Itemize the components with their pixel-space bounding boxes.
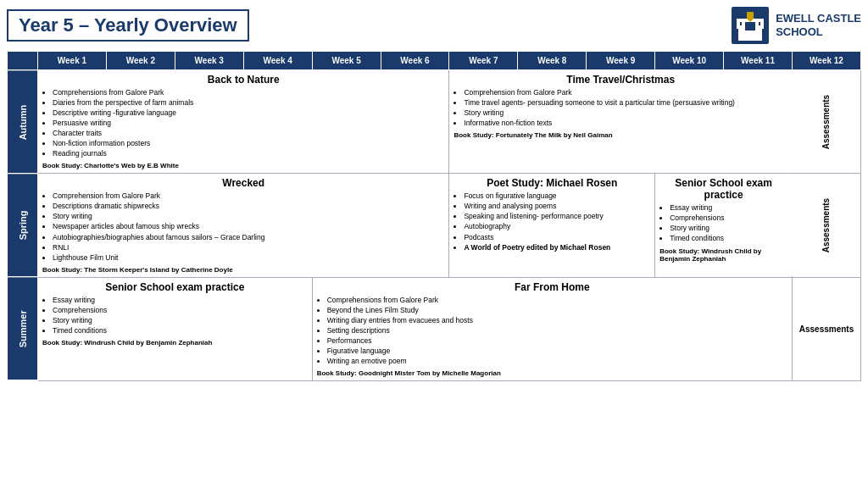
spring-block2-title: Poet Study: Michael Rosen <box>453 177 650 189</box>
list-item: Comprehensions from Galore Park <box>327 296 787 305</box>
list-item: Story writing <box>53 212 444 221</box>
svg-rect-3 <box>737 22 740 29</box>
list-item: Informative non-fiction texts <box>464 119 787 128</box>
week-header-9: Week 9 <box>587 52 655 70</box>
spring-row: Spring Wrecked Comprehension from Galore… <box>8 174 861 277</box>
autumn-assessments-cell: Assessments <box>792 70 860 174</box>
spring-block1-title: Wrecked <box>42 177 444 189</box>
svg-rect-7 <box>745 30 755 41</box>
list-item: Newspaper articles about famous ship wre… <box>53 222 444 231</box>
autumn-block1-cell: Back to Nature Comprehensions from Galor… <box>38 70 449 174</box>
summer-row: Summer Senior School exam practice Essay… <box>8 277 861 380</box>
list-item: Persuasive writing <box>53 119 444 128</box>
autumn-block1-list: Comprehensions from Galore Park Diaries … <box>42 88 444 158</box>
list-item: Descriptive writing -figurative language <box>53 108 444 118</box>
list-item: A World of Poetry edited by Michael Rose… <box>464 243 650 252</box>
list-item: Autobiographies/biographies about famous… <box>53 233 444 242</box>
summer-block2-book: Book Study: Goodnight Mister Tom by Mich… <box>317 369 787 377</box>
list-item: Comprehension from Galore Park <box>464 88 787 97</box>
week-header-8: Week 8 <box>518 52 587 70</box>
spring-block2-cell: Poet Study: Michael Rosen Focus on figur… <box>449 174 655 277</box>
list-item: Comprehension from Galore Park <box>53 191 444 201</box>
overview-table: Week 1 Week 2 Week 3 Week 4 Week 5 Week … <box>7 51 861 381</box>
list-item: Story writing <box>53 316 308 325</box>
list-item: Comprehensions <box>670 214 787 223</box>
svg-rect-4 <box>742 22 745 26</box>
page-title: Year 5 – Yearly Overview <box>7 9 249 42</box>
list-item: Time travel agents- persuading someone t… <box>464 98 787 108</box>
list-item: Setting descriptions <box>327 326 787 336</box>
autumn-block2-list: Comprehension from Galore Park Time trav… <box>453 88 787 128</box>
list-item: Diaries from the perspective of farm ani… <box>53 98 444 108</box>
page-wrapper: Year 5 – Yearly Overview EWELL CASTLE SC… <box>0 0 868 385</box>
corner-cell <box>8 52 38 70</box>
spring-block1-list: Comprehension from Galore Park Descripti… <box>42 191 444 262</box>
list-item: Writing and analysing poems <box>464 202 650 211</box>
spring-block1-book: Book Study: The Storm Keeper's Island by… <box>42 266 444 274</box>
list-item: Non-fiction information posters <box>53 139 444 148</box>
list-item: Podcasts <box>464 233 650 242</box>
spring-assessments-cell: Assessments <box>792 174 860 277</box>
spring-block2-list: Focus on figurative language Writing and… <box>453 191 650 252</box>
week-header-4: Week 4 <box>243 52 312 70</box>
list-item: RNLI <box>53 243 444 252</box>
summer-block2-list: Comprehensions from Galore Park Beyond t… <box>317 296 787 366</box>
autumn-label: Autumn <box>8 70 38 174</box>
list-item: Beyond the Lines Film Study <box>327 306 787 315</box>
logo-area: EWELL CASTLE SCHOOL <box>732 7 861 44</box>
spring-block1-cell: Wrecked Comprehension from Galore Park D… <box>38 174 449 277</box>
page-header: Year 5 – Yearly Overview EWELL CASTLE SC… <box>7 7 861 44</box>
list-item: Figurative language <box>327 347 787 356</box>
list-item: Lighthouse Film Unit <box>53 253 444 263</box>
list-item: Timed conditions <box>670 234 787 243</box>
spring-block3-title: Senior School exam practice <box>659 177 787 201</box>
autumn-block2-title: Time Travel/Christmas <box>453 74 787 86</box>
week-header-12: Week 12 <box>792 52 860 70</box>
week-header-1: Week 1 <box>38 52 107 70</box>
list-item: Timed conditions <box>53 326 308 336</box>
list-item: Character traits <box>53 129 444 138</box>
list-item: Writing diary entries from evacuees and … <box>327 316 787 325</box>
spring-label: Spring <box>8 174 38 277</box>
week-header-2: Week 2 <box>106 52 175 70</box>
svg-rect-6 <box>760 22 764 29</box>
school-logo-icon <box>732 7 769 44</box>
summer-block1-cell: Senior School exam practice Essay writin… <box>38 277 313 380</box>
list-item: Essay writing <box>670 203 787 213</box>
list-item: Essay writing <box>53 296 308 305</box>
list-item: Focus on figurative language <box>464 191 650 201</box>
autumn-block2-book: Book Study: Fortunately The Milk by Neil… <box>453 131 787 139</box>
autumn-row: Autumn Back to Nature Comprehensions fro… <box>8 70 861 174</box>
summer-label: Summer <box>8 277 38 380</box>
list-item: Story writing <box>464 108 787 118</box>
list-item: Speaking and listening- performance poet… <box>464 212 650 221</box>
svg-rect-5 <box>755 22 759 26</box>
spring-block3-cell: Senior School exam practice Essay writin… <box>655 174 793 277</box>
spring-block3-list: Essay writing Comprehensions Story writi… <box>659 203 787 243</box>
spring-block3-book: Book Study: Windrush Child by Benjamin Z… <box>659 247 787 263</box>
week-header-5: Week 5 <box>312 52 381 70</box>
header-row: Week 1 Week 2 Week 3 Week 4 Week 5 Week … <box>8 52 861 70</box>
summer-block1-title: Senior School exam practice <box>42 281 308 293</box>
week-header-11: Week 11 <box>724 52 793 70</box>
logo-text: EWELL CASTLE SCHOOL <box>776 12 861 38</box>
summer-block2-cell: Far From Home Comprehensions from Galore… <box>312 277 792 380</box>
autumn-block1-book: Book Study: Charlotte's Web by E.B White <box>42 162 444 169</box>
week-header-6: Week 6 <box>381 52 449 70</box>
list-item: Descriptions dramatic shipwrecks <box>53 202 444 211</box>
list-item: Comprehensions from Galore Park <box>53 88 444 97</box>
list-item: Performances <box>327 336 787 346</box>
summer-block1-list: Essay writing Comprehensions Story writi… <box>42 296 308 336</box>
week-header-7: Week 7 <box>449 52 518 70</box>
autumn-block2-cell: Time Travel/Christmas Comprehension from… <box>449 70 793 174</box>
list-item: Writing an emotive poem <box>327 357 787 366</box>
list-item: Comprehensions <box>53 306 308 315</box>
list-item: Reading journals <box>53 149 444 158</box>
summer-block2-title: Far From Home <box>317 281 787 293</box>
list-item: Autobiography <box>464 222 650 231</box>
week-header-10: Week 10 <box>655 52 724 70</box>
summer-assessments-cell: Assessments <box>792 277 860 380</box>
week-header-3: Week 3 <box>175 52 243 70</box>
summer-block1-book: Book Study: Windrush Child by Benjamin Z… <box>42 339 308 347</box>
list-item: Story writing <box>670 224 787 233</box>
